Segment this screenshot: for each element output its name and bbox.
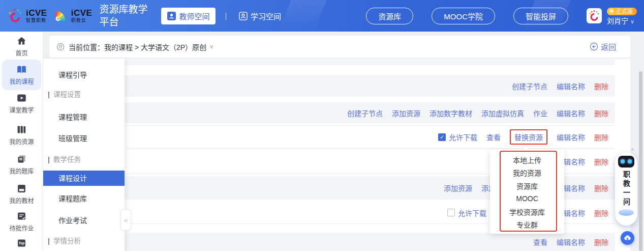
action-label: 添加虚拟仿真 bbox=[481, 108, 524, 118]
action-link-查看[interactable]: 查看 bbox=[486, 132, 501, 142]
action-label: 添加资源 bbox=[444, 183, 472, 193]
teacher-space-button[interactable]: 教师空间 bbox=[161, 8, 216, 24]
action-label: 删除 bbox=[594, 132, 608, 142]
teacher-space-label: 教师空间 bbox=[179, 11, 209, 21]
sidebar-item-课堂教学[interactable]: 课堂教学 bbox=[0, 93, 43, 114]
back-button[interactable]: 返回 bbox=[587, 41, 619, 52]
robot-icon bbox=[618, 156, 634, 168]
sidebar-item-我的题库[interactable]: 我的题库 bbox=[0, 154, 43, 175]
sidebar-item-我的教材[interactable]: 我的教材 bbox=[0, 183, 43, 205]
action-link-编辑名称[interactable]: 编辑名称 bbox=[557, 132, 585, 142]
breadcrumb-path[interactable]: 我的课程 > 大学语文（2P）原创 bbox=[104, 42, 206, 52]
action-label: 编辑名称 bbox=[557, 132, 585, 142]
menu-item-课程题库[interactable]: 课程题库 bbox=[43, 193, 125, 204]
menu-item-课程设计[interactable]: 课程设计 bbox=[43, 171, 125, 186]
table-row: 创建子节点编辑名称删除 bbox=[49, 75, 615, 97]
collapse-menu-button[interactable]: « bbox=[120, 209, 131, 231]
action-link-编辑名称[interactable]: 编辑名称 bbox=[557, 81, 585, 91]
action-link-编辑名称[interactable]: 编辑名称 bbox=[557, 108, 585, 118]
table-row-partial bbox=[49, 59, 615, 65]
menu-item-课程引导[interactable]: 课程引导 bbox=[43, 70, 125, 80]
sidebar-item-我的资源[interactable]: 我的资源 bbox=[0, 124, 43, 146]
dropdown-item-资源库[interactable]: 资源库 bbox=[490, 179, 564, 192]
home-icon bbox=[16, 36, 27, 46]
dropdown-item-学校资源库[interactable]: 学校资源库 bbox=[490, 205, 564, 218]
action-label: 查看 bbox=[533, 237, 547, 247]
menu-section-课程设置: 课程设置 bbox=[48, 90, 81, 100]
menu-item-班级管理[interactable]: 班级管理 bbox=[43, 133, 125, 144]
primary-sidebar: 首页我的课程课堂教学我的资源我的题库我的教材待批作业Top待批考试 bbox=[0, 32, 43, 251]
avatar[interactable] bbox=[587, 8, 602, 23]
user-menu[interactable]: 刘肖宁∨ bbox=[607, 17, 634, 24]
checkbox-unchecked[interactable] bbox=[447, 209, 455, 216]
dropdown-item-本地上传[interactable]: 本地上传 bbox=[490, 153, 564, 166]
action-link-编辑名称[interactable]: 编辑名称 bbox=[557, 237, 585, 247]
action-link-查看[interactable]: 查看 bbox=[533, 237, 547, 247]
sidebar-item-label: 我的课程 bbox=[9, 77, 34, 86]
delete-link[interactable]: 删除 bbox=[594, 156, 608, 166]
delete-link[interactable]: 删除 bbox=[594, 108, 608, 118]
dropdown-item-我的资源[interactable]: 我的资源 bbox=[490, 166, 564, 180]
header-pill-资源库[interactable]: 资源库 bbox=[366, 8, 413, 24]
shell-logo-icon bbox=[52, 8, 69, 24]
action-link-添加资源[interactable]: 添加资源 bbox=[392, 108, 420, 118]
action-link-替换资源[interactable]: 替换资源 bbox=[510, 129, 547, 145]
question-bank-icon bbox=[16, 154, 27, 164]
action-link-允许下载[interactable]: ✓允许下载 bbox=[438, 132, 477, 142]
icve-zhijiaoyun-logo: iCVE 职教云 bbox=[52, 8, 93, 24]
action-label: 查看 bbox=[486, 132, 501, 142]
action-link-作业[interactable]: 作业 bbox=[533, 108, 547, 118]
study-space-button[interactable]: 学习空间 bbox=[236, 10, 284, 22]
action-link-允许下载[interactable]: 允许下载 bbox=[447, 208, 486, 218]
header-pill-智能投屏[interactable]: 智能投屏 bbox=[513, 8, 568, 24]
menu-item-课程管理[interactable]: 课程管理 bbox=[43, 112, 125, 122]
classroom-teaching-icon bbox=[16, 93, 27, 103]
logo-title: iCVE bbox=[26, 9, 47, 17]
action-label: 添加数字教材 bbox=[430, 108, 472, 118]
sidebar-item-首页[interactable]: 首页 bbox=[0, 36, 43, 57]
dropdown-item-MOOC[interactable]: MOOC bbox=[490, 192, 564, 206]
chevron-down-icon[interactable]: ∨ bbox=[209, 43, 213, 50]
menu-section-教学任务: 教学任务 bbox=[48, 155, 81, 165]
checkbox-checked[interactable]: ✓ bbox=[438, 133, 446, 141]
action-label: 创建子节点 bbox=[347, 108, 383, 118]
sidebar-item-待批考试[interactable]: Top待批考试 bbox=[0, 238, 43, 251]
platform-title: 资源库教学平台 bbox=[99, 3, 153, 29]
breadcrumb-label: 当前位置： bbox=[69, 42, 104, 52]
delete-link[interactable]: 删除 bbox=[594, 132, 608, 142]
download-button[interactable] bbox=[621, 231, 634, 245]
header-pill-MOOC学院[interactable]: MOOC学院 bbox=[432, 8, 495, 24]
menu-item-作业考试[interactable]: 作业考试 bbox=[43, 215, 125, 226]
action-link-创建子节点[interactable]: 创建子节点 bbox=[347, 108, 383, 118]
scrollbar[interactable] bbox=[639, 71, 642, 251]
action-label: 编辑名称 bbox=[557, 108, 585, 118]
my-courses-icon bbox=[16, 64, 27, 75]
medal-icon bbox=[609, 9, 615, 14]
menu-section-label: 课程设置 bbox=[53, 90, 81, 100]
action-label: 删除 bbox=[594, 156, 608, 166]
logo-subtitle: 智慧职教 bbox=[26, 18, 47, 23]
sidebar-item-label: 首页 bbox=[15, 48, 27, 57]
delete-link[interactable]: 删除 bbox=[594, 81, 608, 91]
table-row: ✓允许下载查看替换资源编辑名称删除 bbox=[49, 125, 615, 149]
textbook-icon bbox=[16, 183, 27, 194]
delete-link[interactable]: 删除 bbox=[594, 183, 608, 193]
dropdown-item-专业群[interactable]: 专业群 bbox=[490, 218, 564, 232]
action-label: 删除 bbox=[594, 237, 608, 247]
action-link-创建子节点[interactable]: 创建子节点 bbox=[512, 81, 547, 91]
cloud-icon bbox=[619, 209, 634, 216]
delete-link[interactable]: 删除 bbox=[594, 237, 608, 247]
username: 刘肖宁 bbox=[607, 17, 628, 25]
action-link-添加虚拟仿真[interactable]: 添加虚拟仿真 bbox=[481, 108, 524, 118]
cloud-download-icon bbox=[624, 234, 631, 242]
action-label: 删除 bbox=[594, 81, 608, 91]
delete-link[interactable]: 删除 bbox=[594, 208, 608, 218]
svg-text:Top: Top bbox=[19, 241, 25, 245]
action-link-添加数字教材[interactable]: 添加数字教材 bbox=[430, 108, 472, 118]
pending-homework-icon bbox=[16, 211, 27, 221]
sidebar-item-待批作业[interactable]: 待批作业 bbox=[0, 211, 43, 232]
version-badge: 正式版 bbox=[607, 8, 637, 15]
action-link-添加资源[interactable]: 添加资源 bbox=[444, 183, 472, 193]
assistant-widget[interactable]: 职教一问 bbox=[615, 152, 637, 226]
sidebar-item-我的课程[interactable]: 我的课程 bbox=[0, 64, 43, 86]
